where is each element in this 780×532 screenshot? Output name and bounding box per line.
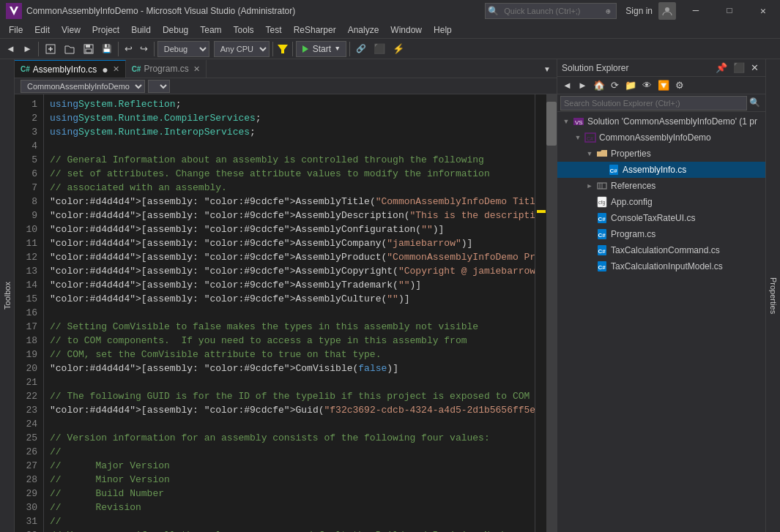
maximize-button[interactable]: □ <box>713 0 746 22</box>
se-search-input[interactable] <box>560 96 747 110</box>
line-number-21: 21 <box>18 375 37 389</box>
tree-item-1[interactable]: ▼ C# CommonAssemblyInfoDemo <box>557 130 765 146</box>
toolbar-debug-config[interactable]: Debug Release <box>157 41 209 57</box>
menu-build[interactable]: Build <box>125 22 157 38</box>
menu-tools[interactable]: Tools <box>228 22 260 38</box>
se-refresh-btn[interactable]: ⟳ <box>609 78 621 93</box>
tree-label-2: Properties <box>611 149 651 159</box>
tree-icon-4 <box>595 180 609 192</box>
start-dropdown-arrow[interactable]: ▼ <box>335 45 339 53</box>
code-line-14: "color:#d4d4d4">[assembly: "color:#9cdcf… <box>50 278 529 292</box>
menu-resharper[interactable]: ReSharper <box>288 22 342 38</box>
line-number-12: 12 <box>18 250 37 264</box>
se-settings-btn[interactable]: ⚙ <box>673 78 686 93</box>
se-show-all-btn[interactable]: 👁 <box>640 78 654 93</box>
tree-item-9[interactable]: C# TaxCalculationInputModel.cs <box>557 258 765 274</box>
menu-help[interactable]: Help <box>428 22 458 38</box>
toolbar-nav-forward[interactable]: ► <box>20 40 35 58</box>
toolbar-undo[interactable]: ↩ <box>122 40 135 58</box>
code-content[interactable]: using System.Reflection;using System.Run… <box>44 94 535 532</box>
tree-item-3[interactable]: C# AssemblyInfo.cs <box>557 162 765 178</box>
menu-file[interactable]: File <box>3 22 29 38</box>
toolbar-nav-back[interactable]: ◄ <box>3 40 18 58</box>
tab-assemblyinfo[interactable]: C# AssemblyInfo.cs ● ✕ <box>15 60 126 78</box>
toolbox-label: Toolbox <box>3 282 12 310</box>
breadcrumb-right-select[interactable] <box>148 80 170 93</box>
tab-list-button[interactable]: ▼ <box>541 60 554 78</box>
toolbox-sidebar[interactable]: Toolbox <box>0 59 15 532</box>
main-layout: Toolbox C# AssemblyInfo.cs ● ✕ C# Progra… <box>0 59 780 532</box>
se-pin-button[interactable]: 📌 <box>713 61 729 75</box>
tree-item-0[interactable]: ▼ VS Solution 'CommonAssemblyInfoDemo' (… <box>557 113 765 130</box>
tree-icon-7: C# <box>595 228 609 240</box>
minimize-button[interactable]: ─ <box>679 0 713 22</box>
code-line-21 <box>50 375 529 389</box>
tree-arrow-1[interactable]: ▼ <box>572 134 584 141</box>
properties-label: Properties <box>769 277 778 314</box>
tree-arrow-0[interactable]: ▼ <box>560 118 572 125</box>
tree-item-6[interactable]: C# ConsoleTaxRateUI.cs <box>557 210 765 226</box>
quick-launch-bar[interactable]: 🔍 ⊕ <box>485 3 617 19</box>
toolbar-attach-profiler[interactable]: 🔗 <box>353 40 369 58</box>
se-filter-btn[interactable]: 🔽 <box>655 78 672 93</box>
toolbar-start-button[interactable]: Start ▼ <box>296 41 346 57</box>
line-number-22: 22 <box>18 389 37 403</box>
menu-edit[interactable]: Edit <box>29 22 56 38</box>
line-number-19: 19 <box>18 348 37 361</box>
se-forward-btn[interactable]: ► <box>576 78 590 93</box>
solution-explorer: Solution Explorer 📌 ⬛ ✕ ◄ ► 🏠 ⟳ 📁 👁 🔽 ⚙ <box>557 59 765 532</box>
title-bar: CommonAssemblyInfoDemo - Microsoft Visua… <box>0 0 780 22</box>
tab-close-2[interactable]: ✕ <box>193 64 200 74</box>
menu-view[interactable]: View <box>56 22 86 38</box>
toolbar-sep-4 <box>272 42 273 56</box>
toolbar-save-all[interactable]: 💾 <box>99 40 115 58</box>
tree-item-4[interactable]: ► References <box>557 178 765 194</box>
svg-text:C#: C# <box>598 248 606 255</box>
tree-label-5: App.config <box>611 197 653 207</box>
line-number-14: 14 <box>18 278 37 292</box>
tree-item-7[interactable]: C# Program.cs <box>557 226 765 242</box>
toolbar-save[interactable] <box>80 40 97 58</box>
tree-arrow-4[interactable]: ► <box>584 182 595 190</box>
close-button[interactable]: ✕ <box>746 0 780 22</box>
margin-indicator-area <box>535 94 546 532</box>
menu-debug[interactable]: Debug <box>157 22 194 38</box>
toolbar-breakpoints[interactable]: ⬛ <box>371 40 388 58</box>
title-text: CommonAssemblyInfoDemo - Microsoft Visua… <box>26 6 295 16</box>
line-number-1: 1 <box>18 97 37 111</box>
toolbar-open[interactable] <box>61 40 78 58</box>
toolbar-sep-5 <box>292 42 293 56</box>
code-line-24 <box>50 417 529 431</box>
breadcrumb-left-select[interactable]: CommonAssemblyInfoDemo <box>21 80 145 93</box>
code-line-25: // Version information for an assembly c… <box>50 431 529 445</box>
se-properties-btn[interactable]: 🏠 <box>591 78 607 93</box>
editor-area: C# AssemblyInfo.cs ● ✕ C# Program.cs ✕ ▼… <box>15 59 557 532</box>
menu-project[interactable]: Project <box>86 22 125 38</box>
toolbar-cpu-config[interactable]: Any CPU x86 x64 <box>214 41 270 57</box>
toolbar-redo[interactable]: ↪ <box>137 40 151 58</box>
toolbar-exception[interactable]: ⚡ <box>390 40 407 58</box>
tree-arrow-2[interactable]: ▼ <box>584 150 595 157</box>
toolbar-new-project[interactable] <box>42 40 59 58</box>
tree-item-2[interactable]: ▼ Properties <box>557 146 765 162</box>
se-move-button[interactable]: ⬛ <box>731 61 747 75</box>
menu-window[interactable]: Window <box>385 22 428 38</box>
vertical-scrollbar[interactable] <box>546 94 557 532</box>
tree-item-8[interactable]: C# TaxCalculationCommand.cs <box>557 242 765 258</box>
tree-item-5[interactable]: cfg App.config <box>557 194 765 210</box>
menu-analyze[interactable]: Analyze <box>342 22 385 38</box>
scrollbar-thumb[interactable] <box>546 102 557 146</box>
menu-team[interactable]: Team <box>194 22 227 38</box>
line-number-28: 28 <box>18 473 37 487</box>
line-number-29: 29 <box>18 487 37 501</box>
tab-close-1[interactable]: ✕ <box>113 64 119 74</box>
se-close-button[interactable]: ✕ <box>749 61 761 75</box>
sign-in-button[interactable]: Sign in <box>620 0 658 22</box>
se-back-btn[interactable]: ◄ <box>560 78 574 93</box>
tab-program[interactable]: C# Program.cs ✕ <box>126 60 207 78</box>
quick-launch-input[interactable] <box>501 7 603 15</box>
menu-test[interactable]: Test <box>260 22 288 38</box>
se-collapse-btn[interactable]: 📁 <box>623 78 639 93</box>
properties-sidebar[interactable]: Properties <box>765 59 780 532</box>
se-title: Solution Explorer <box>562 63 713 73</box>
